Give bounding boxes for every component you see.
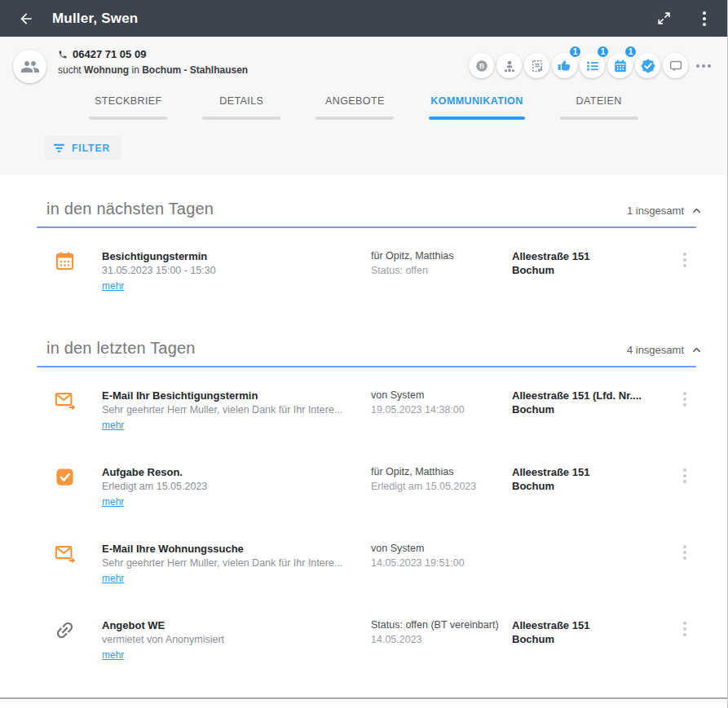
expand-button[interactable]	[652, 7, 675, 30]
tab-steckbrief[interactable]: STECKBRIEF	[77, 92, 179, 120]
more-link[interactable]: mehr	[102, 280, 124, 292]
item-title: Aufgabe Reson.	[102, 465, 371, 479]
item-meta-secondary: 19.05.2023 14:38:00	[371, 403, 512, 417]
tab-label: STECKBRIEF	[93, 92, 164, 107]
list-item-email[interactable]: E-Mail Ihr Besichtigungstermin Sehr geeh…	[0, 389, 727, 434]
tab-details[interactable]: DETAILS	[190, 92, 293, 120]
appointments-badge: 1	[624, 45, 638, 59]
people-icon	[20, 57, 40, 77]
offers-badge: 1	[568, 45, 582, 59]
tab-bar: STECKBRIEF DETAILS ANGEBOTE KOMMUNIKATIO…	[0, 92, 727, 120]
tab-label: DATEIEN	[575, 92, 624, 107]
kebab-menu-icon	[683, 253, 686, 267]
phone-icon	[58, 50, 68, 59]
section-count: 1 insgesamt	[627, 204, 684, 217]
phone-number: 06427 71 05 09	[73, 48, 146, 60]
item-property-city: Bochum	[512, 632, 651, 646]
tab-label: DETAILS	[218, 92, 265, 107]
item-property-city: Bochum	[512, 479, 651, 493]
tab-label: ANGEBOTE	[324, 92, 386, 107]
item-property-city: Bochum	[512, 263, 651, 277]
search-object: Wohnung	[84, 64, 129, 76]
kebab-menu-icon	[703, 11, 706, 26]
communication-list: in den nächsten Tagen 1 insgesamt	[0, 175, 727, 664]
more-link[interactable]: mehr	[102, 496, 124, 508]
person-stats-button[interactable]	[496, 53, 522, 78]
titlebar: Muller, Swen	[0, 0, 727, 37]
list-item-task[interactable]: Aufgabe Reson. Erledigt am 15.05.2023 me…	[0, 465, 727, 511]
filter-button[interactable]: FILTER	[45, 136, 121, 160]
tab-angebote[interactable]: ANGEBOTE	[303, 92, 406, 120]
item-property: Alleestraße 151 (Lfd. Nr....	[512, 389, 651, 402]
item-menu-button[interactable]	[677, 389, 693, 407]
list-item-appointment[interactable]: Besichtigungstermin 31.05.2023 15:00 - 1…	[0, 249, 727, 295]
section-collapse-toggle[interactable]: 1 insgesamt	[627, 204, 703, 218]
task-check-icon	[54, 465, 102, 488]
chevron-up-icon	[690, 204, 703, 217]
item-title: E-Mail Ihre Wohnungssuche	[102, 542, 371, 556]
item-meta-secondary: Erledigt am 15.05.2023	[371, 480, 512, 494]
item-subtitle: Sehr geehrter Herr Muller, vielen Dank f…	[102, 403, 363, 417]
tab-underline	[315, 117, 394, 120]
item-menu-button[interactable]	[677, 249, 693, 267]
item-subtitle: Erledigt am 15.05.2023	[102, 480, 363, 494]
offers-button[interactable]: 1	[552, 53, 577, 78]
speech-bubble-icon	[668, 59, 683, 73]
tab-underline	[560, 117, 638, 120]
more-icon	[696, 64, 711, 68]
section-title: in den letzten Tagen	[46, 339, 196, 358]
list-icon	[585, 59, 600, 73]
verified-button[interactable]	[635, 53, 660, 78]
mail-icon	[54, 542, 102, 565]
expand-icon	[657, 11, 671, 25]
appointments-button[interactable]: 1	[607, 53, 633, 78]
item-meta-secondary: 14.05.2023 19:51:00	[371, 556, 512, 570]
page-title: Muller, Swen	[52, 11, 652, 27]
hand-pointer-icon	[557, 58, 572, 73]
activity-list-button[interactable]: 1	[580, 53, 605, 78]
kebab-menu-icon	[683, 392, 686, 407]
search-summary: sucht Wohnung in Bochum - Stahlhausen	[58, 64, 248, 76]
chevron-up-icon	[690, 344, 703, 356]
phone-line[interactable]: 06427 71 05 09	[58, 48, 248, 60]
credit-check-button[interactable]: B	[469, 53, 494, 78]
window-footer-strip	[0, 699, 727, 708]
kebab-menu-icon	[683, 545, 686, 560]
item-property: Alleestraße 151	[512, 249, 651, 263]
svg-text:B: B	[479, 63, 484, 70]
kebab-menu-icon	[683, 622, 686, 636]
list-item-offer[interactable]: Angebot WE vermietet von Anonymisiert me…	[0, 618, 727, 664]
item-menu-button[interactable]	[677, 618, 693, 636]
item-menu-button[interactable]	[677, 465, 693, 483]
crm-contact-window: { "titlebar": { "title": "Muller, Swen" …	[0, 0, 728, 708]
filter-label: FILTER	[72, 143, 110, 154]
more-link[interactable]: mehr	[102, 649, 124, 661]
item-meta-primary: von System	[371, 542, 512, 556]
person-stats-icon	[502, 59, 517, 73]
more-link[interactable]: mehr	[102, 573, 124, 584]
back-button[interactable]	[13, 6, 39, 32]
tab-kommunikation[interactable]: KOMMUNIKATION	[417, 92, 536, 120]
tab-underline	[202, 117, 280, 120]
tab-underline	[429, 117, 524, 120]
avatar[interactable]	[13, 50, 46, 83]
list-item-email[interactable]: E-Mail Ihre Wohnungssuche Sehr geehrter …	[0, 542, 727, 587]
report-button[interactable]	[524, 53, 549, 78]
tab-dateien[interactable]: DATEIEN	[548, 92, 651, 120]
more-actions-button[interactable]	[690, 53, 716, 78]
item-menu-button[interactable]	[677, 542, 693, 560]
item-title: Besichtigungstermin	[102, 249, 371, 263]
item-meta-primary: von System	[371, 389, 512, 402]
item-property-city: Bochum	[512, 402, 651, 416]
kebab-menu-icon	[683, 468, 686, 483]
section-collapse-toggle[interactable]: 4 insgesamt	[627, 344, 703, 358]
note-check-icon	[530, 59, 545, 73]
arrow-back-icon	[18, 11, 34, 27]
item-meta-primary: Status: offen (BT vereinbart)	[371, 618, 512, 632]
search-connector: in	[131, 64, 139, 76]
more-link[interactable]: mehr	[102, 420, 124, 431]
overflow-menu-button[interactable]	[693, 7, 716, 30]
item-meta-secondary: Status: offen	[371, 264, 512, 278]
item-meta-primary: für Opitz, Matthias	[371, 249, 512, 263]
comment-button[interactable]	[663, 53, 688, 78]
